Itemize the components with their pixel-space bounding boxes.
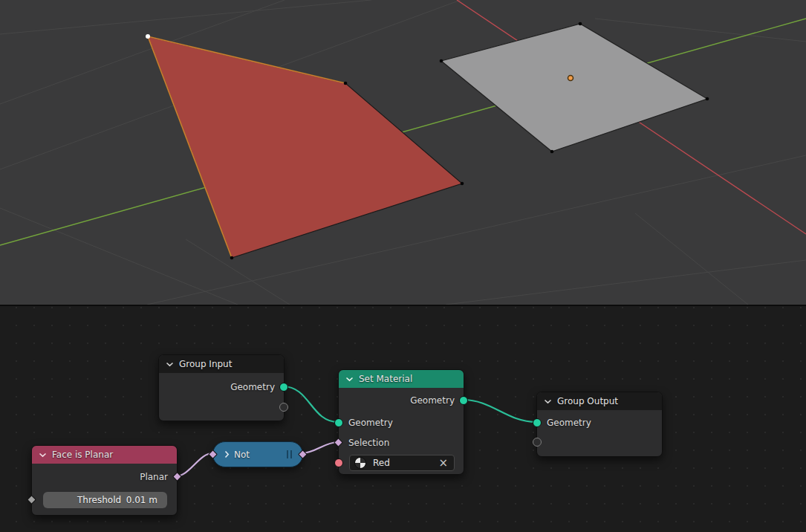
grid-line xyxy=(446,260,806,305)
geometry-input-socket[interactable] xyxy=(533,418,542,427)
vertex[interactable] xyxy=(579,22,582,26)
group-output-header[interactable]: Group Output xyxy=(537,392,662,410)
geometry-input-label: Geometry xyxy=(537,415,662,430)
vertex[interactable] xyxy=(230,256,234,260)
boolean-input-socket[interactable] xyxy=(208,450,218,459)
not-node[interactable]: Not xyxy=(212,441,303,467)
chevron-down-icon[interactable] xyxy=(345,377,354,382)
node-title: Face is Planar xyxy=(52,450,113,460)
material-sphere-icon xyxy=(354,457,366,469)
node-link-not-to-selection xyxy=(302,442,338,453)
face-is-planar-header[interactable]: Face is Planar xyxy=(32,446,177,464)
node-link-group-input-to-set-material xyxy=(283,386,338,422)
chevron-down-icon[interactable] xyxy=(544,399,552,404)
geometry-output-socket[interactable] xyxy=(459,396,468,405)
virtual-input-socket[interactable] xyxy=(533,438,542,447)
vertex[interactable] xyxy=(706,97,709,101)
group-output-node[interactable]: Group Output Geometry xyxy=(536,392,663,457)
hidden-sockets-icon xyxy=(287,450,292,458)
grid-line xyxy=(0,0,371,34)
geometry-output-label: Geometry xyxy=(159,380,284,395)
white-face[interactable] xyxy=(441,24,707,152)
threshold-field[interactable]: Threshold 0.01 m xyxy=(43,492,167,508)
geometry-input-socket[interactable] xyxy=(334,418,343,427)
geometry-node-editor[interactable]: Group Input Geometry Set Material Geomet… xyxy=(0,305,806,532)
node-title: Not xyxy=(234,450,250,460)
node-title: Group Output xyxy=(557,396,618,406)
threshold-input-socket[interactable] xyxy=(27,495,36,505)
chevron-down-icon[interactable] xyxy=(39,452,47,458)
vertex[interactable] xyxy=(461,182,464,186)
boolean-output-socket[interactable] xyxy=(298,450,308,459)
material-name: Red xyxy=(373,458,390,468)
threshold-label: Threshold xyxy=(77,495,121,505)
group-input-header[interactable]: Group Input xyxy=(159,355,284,373)
chevron-down-icon[interactable] xyxy=(166,362,174,367)
chevron-right-icon[interactable] xyxy=(224,450,230,458)
vertex[interactable] xyxy=(550,150,554,154)
grid-line xyxy=(635,213,748,305)
grid-line xyxy=(0,208,238,305)
red-face[interactable] xyxy=(148,36,462,258)
planar-output-label: Planar xyxy=(32,470,177,484)
geometry-output-socket[interactable] xyxy=(279,383,288,392)
threshold-value: 0.01 m xyxy=(126,495,157,505)
grid-line xyxy=(595,19,806,42)
vertex[interactable] xyxy=(344,82,348,85)
node-title: Group Input xyxy=(179,359,232,369)
face-is-planar-node[interactable]: Face is Planar Planar Threshold 0.01 m xyxy=(31,445,178,516)
node-link-set-material-to-group-output xyxy=(463,400,536,422)
clear-material-icon[interactable]: × xyxy=(438,458,448,469)
viewport-canvas[interactable] xyxy=(0,0,806,305)
virtual-output-socket[interactable] xyxy=(279,403,288,412)
geometry-input-label: Geometry xyxy=(339,415,464,430)
blender-window: Group Input Geometry Set Material Geomet… xyxy=(0,0,806,532)
y-axis-line xyxy=(0,19,806,245)
geometry-output-label: Geometry xyxy=(339,393,464,408)
selection-input-label: Selection xyxy=(339,435,464,450)
set-material-header[interactable]: Set Material xyxy=(339,370,464,388)
object-origin-point[interactable] xyxy=(568,76,573,81)
node-link-planar-to-not xyxy=(176,453,212,476)
material-input-socket[interactable] xyxy=(334,458,343,467)
selected-vertex[interactable] xyxy=(146,34,150,39)
vertex[interactable] xyxy=(440,59,443,63)
material-select-field[interactable]: Red × xyxy=(349,455,455,471)
node-title: Set Material xyxy=(359,374,412,384)
group-input-node[interactable]: Group Input Geometry xyxy=(158,354,285,421)
3d-viewport[interactable] xyxy=(0,0,806,305)
set-material-node[interactable]: Set Material Geometry Geometry Selection… xyxy=(338,369,464,475)
